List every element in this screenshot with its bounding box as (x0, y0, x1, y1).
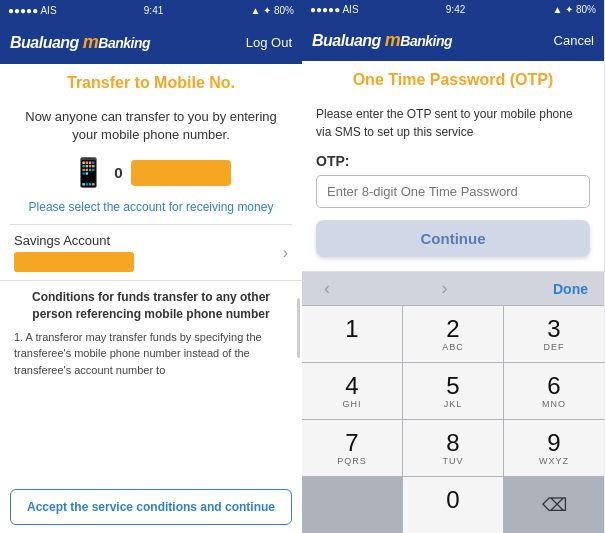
logo-m-1: m (79, 34, 98, 51)
carrier-1: ●●●●● AIS (8, 5, 57, 16)
delete-icon: ⌫ (542, 494, 567, 516)
status-left-2: ●●●●● AIS (310, 4, 359, 15)
logo-text-1: Bualuang (10, 34, 79, 51)
key-empty (302, 477, 402, 533)
account-info: Savings Account (14, 233, 134, 272)
kb-next-arrow[interactable]: › (436, 276, 454, 301)
key-9[interactable]: 9 WXYZ (504, 420, 604, 476)
screen1-body: Now anyone can transfer to you by enteri… (0, 98, 302, 533)
logo-2: Bualuang mBanking (312, 30, 452, 51)
otp-card: Please enter the OTP sent to your mobile… (302, 95, 604, 272)
status-bar-2: ●●●●● AIS 9:42 ▲ ✦ 80% (302, 0, 604, 19)
otp-label: OTP: (316, 153, 590, 169)
nav-bar-2: Bualuang mBanking Cancel (302, 19, 604, 61)
accept-button[interactable]: Accept the service conditions and contin… (10, 489, 292, 525)
intro-text: Now anyone can transfer to you by enteri… (0, 98, 302, 150)
time-1: 9:41 (144, 5, 163, 16)
status-right-2: ▲ ✦ 80% (553, 4, 596, 15)
logo-text-2: Bualuang (312, 32, 381, 49)
screen-transfer: ●●●●● AIS 9:41 ▲ ✦ 80% Bualuang mBanking… (0, 0, 302, 533)
time-2: 9:42 (446, 4, 465, 15)
status-right-1: ▲ ✦ 80% (251, 5, 294, 16)
keyboard-nav: ‹ › Done (302, 272, 604, 305)
status-bar-1: ●●●●● AIS 9:41 ▲ ✦ 80% (0, 0, 302, 20)
key-7[interactable]: 7 PQRS (302, 420, 402, 476)
logo-banking-2: Banking (400, 33, 452, 49)
select-account-text: Please select the account for receiving … (0, 195, 302, 224)
key-2[interactable]: 2 ABC (403, 306, 503, 362)
conditions-box: Conditions for funds transfer to any oth… (0, 281, 302, 483)
phone-row: 📱 0 (0, 150, 302, 195)
key-0[interactable]: 0 (403, 477, 503, 533)
carrier-2: ●●●●● AIS (310, 4, 359, 15)
key-5[interactable]: 5 JKL (403, 363, 503, 419)
kb-prev-arrow[interactable]: ‹ (318, 276, 336, 301)
nav-bar-1: Bualuang mBanking Log Out (0, 20, 302, 64)
logo-banking-1: Banking (98, 35, 150, 51)
scrollbar (297, 298, 300, 358)
screen-otp: ●●●●● AIS 9:42 ▲ ✦ 80% Bualuang mBanking… (302, 0, 604, 533)
key-6[interactable]: 6 MNO (504, 363, 604, 419)
account-row[interactable]: Savings Account › (0, 225, 302, 281)
key-1[interactable]: 1 (302, 306, 402, 362)
keyboard-grid: 1 2 ABC 3 DEF 4 GHI 5 JKL 6 MNO (302, 305, 604, 533)
kb-done-button[interactable]: Done (553, 281, 588, 297)
otp-desc: Please enter the OTP sent to your mobile… (316, 105, 590, 141)
key-delete[interactable]: ⌫ (504, 477, 604, 533)
conditions-text: 1. A transferor may transfer funds by sp… (14, 329, 288, 379)
signal-2: ▲ ✦ 80% (553, 4, 596, 15)
logout-button[interactable]: Log Out (246, 35, 292, 50)
phone-number: 0 (114, 164, 122, 181)
status-left-1: ●●●●● AIS (8, 5, 57, 16)
account-name: Savings Account (14, 233, 134, 248)
key-4[interactable]: 4 GHI (302, 363, 402, 419)
key-3[interactable]: 3 DEF (504, 306, 604, 362)
account-bar (14, 252, 134, 272)
chevron-icon: › (283, 244, 288, 262)
conditions-title: Conditions for funds transfer to any oth… (14, 289, 288, 323)
continue-button[interactable]: Continue (316, 220, 590, 257)
phone-orange-bar (131, 160, 231, 186)
page-title-1: Transfer to Mobile No. (0, 64, 302, 98)
otp-input[interactable] (316, 175, 590, 208)
keyboard-area: ‹ › Done 1 2 ABC 3 DEF 4 GHI 5 (302, 272, 604, 533)
logo-m-2: m (381, 32, 400, 49)
cancel-button[interactable]: Cancel (554, 33, 594, 48)
signal-1: ▲ ✦ 80% (251, 5, 294, 16)
page-title-2: One Time Password (OTP) (302, 61, 604, 95)
phone-icon: 📱 (71, 156, 106, 189)
key-8[interactable]: 8 TUV (403, 420, 503, 476)
logo-1: Bualuang mBanking (10, 32, 150, 53)
